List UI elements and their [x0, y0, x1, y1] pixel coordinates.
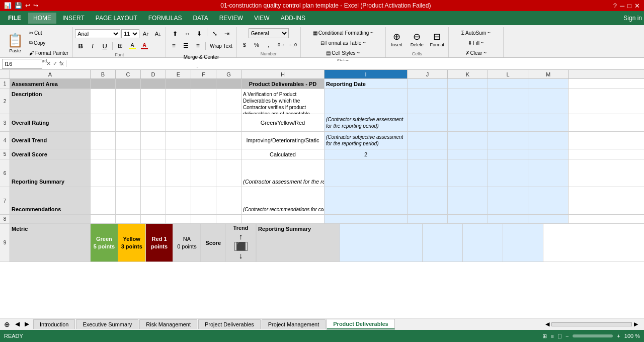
percent-btn[interactable]: % [251, 39, 262, 50]
cell-E3[interactable] [166, 114, 191, 131]
cell-B8[interactable] [91, 215, 116, 223]
cell-H1[interactable]: Product Deliverables - PD [242, 79, 325, 89]
data-menu[interactable]: DATA [188, 13, 213, 24]
cell-L4[interactable] [488, 132, 528, 149]
fill-btn[interactable]: ⬇ Fill ~ [466, 38, 486, 47]
cell-E7[interactable] [166, 187, 191, 214]
redo-btn[interactable]: ↪ [33, 2, 38, 9]
tab-risk-management[interactable]: Risk Management [139, 319, 197, 329]
tab-introduction[interactable]: Introduction [33, 319, 75, 329]
col-header-E[interactable]: E [166, 70, 191, 78]
cancel-formula-btn[interactable]: ✕ [46, 60, 51, 67]
col-header-L[interactable]: L [488, 70, 528, 78]
cell-D5[interactable] [141, 149, 166, 159]
cell-G2[interactable] [216, 89, 242, 114]
cell-D3[interactable] [141, 114, 166, 131]
align-bottom-btn[interactable]: ⬇ [194, 28, 205, 39]
italic-btn[interactable]: I [87, 40, 98, 51]
cell-K9[interactable] [463, 224, 503, 262]
cell-J1[interactable] [408, 79, 448, 89]
cell-K2[interactable] [448, 89, 488, 114]
align-mid-btn[interactable]: ↔ [182, 28, 193, 39]
cell-J2[interactable] [408, 89, 448, 114]
cell-I9[interactable] [340, 224, 423, 262]
cell-B6[interactable] [91, 159, 116, 187]
cell-J8[interactable] [408, 215, 448, 223]
page-break-view-btn[interactable]: ⎕ [558, 333, 561, 339]
cell-D7[interactable] [141, 187, 166, 214]
col-header-F[interactable]: F [191, 70, 216, 78]
cell-F7[interactable] [191, 187, 216, 214]
cell-H5[interactable]: Calculated [242, 149, 325, 159]
review-menu[interactable]: REVIEW [214, 13, 248, 24]
bold-btn[interactable]: B [75, 40, 86, 51]
cell-red-points[interactable]: Red 1points [146, 224, 174, 262]
cell-A7[interactable]: Recommendations [10, 187, 91, 214]
col-header-A[interactable]: A [10, 70, 91, 78]
page-layout-view-btn[interactable]: ≡ [551, 333, 554, 339]
cell-E5[interactable] [166, 149, 191, 159]
minimize-btn[interactable]: ─ [620, 2, 624, 10]
clear-btn[interactable]: ✗ Clear ~ [463, 48, 489, 57]
cell-K6[interactable] [448, 159, 488, 187]
tab-project-management[interactable]: Project Management [262, 319, 326, 329]
cell-G8[interactable] [216, 215, 242, 223]
cell-M1[interactable] [528, 79, 569, 89]
format-painter-btn[interactable]: 🖌 Format Painter [27, 48, 70, 57]
cell-L2[interactable] [488, 89, 528, 114]
cell-C1[interactable] [116, 79, 141, 89]
comma-btn[interactable]: , [263, 39, 274, 50]
zoom-slider[interactable] [573, 334, 613, 337]
scroll-area-right[interactable]: ▶ [634, 321, 638, 327]
increase-font-btn[interactable]: A↑ [140, 28, 151, 39]
cell-M2[interactable] [528, 89, 569, 114]
cell-K5[interactable] [448, 149, 488, 159]
cell-D4[interactable] [141, 132, 166, 149]
cell-E8[interactable] [166, 215, 191, 223]
cell-I7[interactable] [325, 187, 408, 214]
home-menu[interactable]: HOME [28, 13, 56, 24]
cell-B5[interactable] [91, 149, 116, 159]
quick-save[interactable]: 💾 [15, 2, 22, 9]
cell-G3[interactable] [216, 114, 242, 131]
col-header-G[interactable]: G [216, 70, 242, 78]
cell-D8[interactable] [141, 215, 166, 223]
merge-center-btn[interactable]: Merge & Center [182, 52, 221, 61]
cell-H8[interactable] [242, 215, 325, 223]
cell-A4[interactable]: Overall Trend [10, 132, 91, 149]
confirm-formula-btn[interactable]: ✓ [53, 60, 57, 67]
insert-menu[interactable]: INSERT [57, 13, 90, 24]
horizontal-scrollbar[interactable] [551, 322, 632, 326]
cell-J9[interactable] [423, 224, 463, 262]
indent-btn[interactable]: ⇥ [221, 28, 232, 39]
scroll-right-btn[interactable]: ▶ [23, 319, 31, 329]
cell-F2[interactable] [191, 89, 216, 114]
conditional-formatting-btn[interactable]: ▦ Conditional Formatting ~ [311, 28, 375, 37]
cell-H4[interactable]: Improving/Deteriorating/Static [242, 132, 325, 149]
dec-increase-btn[interactable]: .0→ [275, 39, 286, 50]
cell-K1[interactable] [448, 79, 488, 89]
cell-A9[interactable]: Metric [10, 224, 91, 262]
cell-C5[interactable] [116, 149, 141, 159]
cell-J4[interactable] [408, 132, 448, 149]
close-btn[interactable]: ✕ [634, 2, 640, 10]
tab-project-deliverables[interactable]: Project Deliverables [198, 319, 261, 329]
cell-A5[interactable]: Overall Score [10, 149, 91, 159]
cell-J6[interactable] [408, 159, 448, 187]
cell-K3[interactable] [448, 114, 488, 131]
col-header-K[interactable]: K [448, 70, 488, 78]
cell-B1[interactable] [91, 79, 116, 89]
zoom-minus[interactable]: − [566, 333, 569, 339]
add-sheet-btn[interactable]: ⊕ [2, 319, 12, 329]
format-as-table-btn[interactable]: ⊟ Format as Table ~ [318, 38, 368, 47]
cell-C8[interactable] [116, 215, 141, 223]
cell-H9[interactable]: Reporting Summary [257, 224, 340, 262]
cell-A1[interactable]: Assessment Area [10, 79, 91, 89]
scroll-area-left[interactable]: ◀ [545, 321, 549, 327]
cell-trend-header[interactable]: Trend ↑ ⬛ ↓ [226, 224, 256, 262]
view-menu[interactable]: VIEW [249, 13, 275, 24]
copy-btn[interactable]: ⧉ Copy [27, 38, 70, 47]
cell-M4[interactable] [528, 132, 569, 149]
cell-reference-box[interactable] [2, 59, 42, 69]
cell-C4[interactable] [116, 132, 141, 149]
